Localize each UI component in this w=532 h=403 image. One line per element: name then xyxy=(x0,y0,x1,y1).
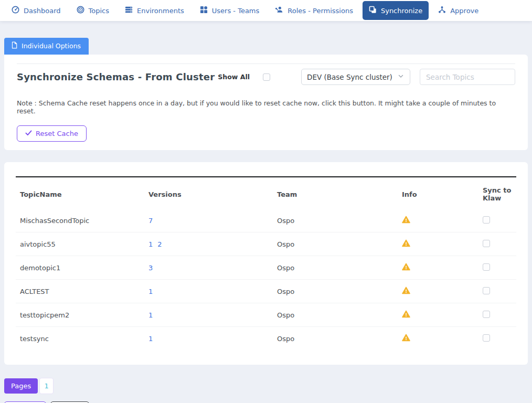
topic-name: testsync xyxy=(20,335,148,343)
nav-item-dashboard[interactable]: Dashboard xyxy=(5,1,67,20)
synchronize-clone-icon xyxy=(369,6,377,15)
team-name: Ospo xyxy=(277,288,402,295)
sync-cell xyxy=(483,287,516,296)
nav-item-label: Topics xyxy=(89,7,109,15)
warning-triangle-icon[interactable] xyxy=(402,312,410,320)
warning-triangle-icon[interactable] xyxy=(402,241,410,249)
sync-schemas-panel: Synchronize Schemas - From Cluster Show … xyxy=(4,55,528,150)
column-header-team: Team xyxy=(277,190,402,198)
info-cell xyxy=(402,310,483,320)
team-name: Ospo xyxy=(277,311,402,319)
version-link[interactable]: 1 xyxy=(148,335,153,343)
sync-cell xyxy=(483,263,516,272)
cache-note-text: Note : Schema Cache reset happens once i… xyxy=(17,99,515,115)
team-name: Ospo xyxy=(277,264,402,272)
users-teams-grid-icon xyxy=(200,6,208,15)
version-links: 1 xyxy=(148,288,277,295)
version-link[interactable]: 3 xyxy=(148,264,153,272)
table-row: testtopicpem2 1 Ospo xyxy=(16,303,516,326)
tab-individual-options[interactable]: Individual Options xyxy=(4,38,89,55)
reset-cache-button[interactable]: Reset Cache xyxy=(17,125,87,142)
nav-item-approve[interactable]: Approve xyxy=(432,1,485,20)
show-all-label: Show All xyxy=(218,73,250,81)
version-link[interactable]: 1 xyxy=(148,311,153,319)
version-links: 1 xyxy=(148,335,277,343)
warning-triangle-icon[interactable] xyxy=(402,264,410,272)
column-header-versions: Versions xyxy=(148,190,277,198)
topic-name: MischasSecondTopic xyxy=(20,217,148,225)
nav-item-synchronize[interactable]: Synchronize xyxy=(363,1,429,20)
panel-controls: Synchronize Schemas - From Cluster Show … xyxy=(17,69,515,85)
table-row: MischasSecondTopic 7 Ospo xyxy=(16,209,516,232)
sync-cell xyxy=(483,334,516,343)
warning-triangle-icon[interactable] xyxy=(402,217,410,225)
column-header-topicname: TopicName xyxy=(20,190,148,198)
sync-to-klaw-checkbox[interactable] xyxy=(483,263,490,271)
chevron-down-icon xyxy=(397,72,405,81)
info-cell xyxy=(402,334,483,343)
version-link[interactable]: 2 xyxy=(157,240,162,248)
sync-to-klaw-checkbox[interactable] xyxy=(483,334,490,342)
show-all-checkbox[interactable] xyxy=(263,73,270,81)
page-title: Synchronize Schemas - From Cluster xyxy=(17,71,218,82)
nav-item-label: Environments xyxy=(137,7,184,15)
schemas-table-panel: TopicName Versions Team Info Sync to Kla… xyxy=(4,162,528,365)
team-name: Ospo xyxy=(277,335,402,343)
info-cell xyxy=(402,239,483,249)
pagination: Pages 1 xyxy=(4,378,528,394)
top-navbar: Dashboard Topics Environments Users - Te… xyxy=(0,0,532,21)
nav-item-label: Dashboard xyxy=(24,7,61,15)
nav-item-roles-permissions[interactable]: Roles - Permissions xyxy=(269,1,359,20)
nav-item-label: Approve xyxy=(450,7,478,15)
check-icon xyxy=(25,130,32,137)
column-header-info: Info xyxy=(402,190,483,198)
table-row: testsync 1 Ospo xyxy=(16,326,516,350)
sync-to-klaw-checkbox[interactable] xyxy=(483,216,490,224)
sync-cell xyxy=(483,240,516,249)
version-links: 12 xyxy=(148,240,277,248)
warning-triangle-icon[interactable] xyxy=(402,288,410,296)
search-topics-input[interactable] xyxy=(420,69,515,85)
version-link[interactable]: 1 xyxy=(148,288,153,295)
sync-to-klaw-checkbox[interactable] xyxy=(483,311,490,318)
cluster-select-value: DEV (Base Sync cluster) xyxy=(307,73,397,81)
version-links: 1 xyxy=(148,311,277,319)
sync-cell xyxy=(483,311,516,320)
version-link[interactable]: 7 xyxy=(148,217,153,225)
column-header-sync-to-klaw: Sync to Klaw xyxy=(483,186,516,202)
nav-item-label: Users - Teams xyxy=(212,7,260,15)
nav-item-environments[interactable]: Environments xyxy=(119,1,190,20)
table-body: MischasSecondTopic 7 Ospo aivtopic55 12 … xyxy=(16,209,516,350)
cluster-select[interactable]: DEV (Base Sync cluster) xyxy=(301,69,410,85)
document-icon xyxy=(11,41,18,50)
environments-server-icon xyxy=(125,6,133,15)
info-cell xyxy=(402,216,483,225)
topic-name: ACLTEST xyxy=(20,288,148,295)
table-row: ACLTEST 1 Ospo xyxy=(16,279,516,303)
reset-cache-label: Reset Cache xyxy=(36,130,78,137)
sync-to-klaw-checkbox[interactable] xyxy=(483,287,490,294)
panel-divider xyxy=(17,63,515,64)
dashboard-gauge-icon xyxy=(12,6,19,15)
table-row: demotopic1 3 Ospo xyxy=(16,256,516,279)
pages-button[interactable]: Pages xyxy=(4,378,38,394)
info-cell xyxy=(402,287,483,296)
nav-item-topics[interactable]: Topics xyxy=(70,1,115,20)
table-row: aivtopic55 12 Ospo xyxy=(16,232,516,256)
page-number-1[interactable]: 1 xyxy=(39,378,54,394)
team-name: Ospo xyxy=(277,240,402,248)
warning-triangle-icon[interactable] xyxy=(402,335,410,343)
version-links: 7 xyxy=(148,217,277,225)
roles-permissions-user-key-icon xyxy=(275,6,283,15)
topic-name: demotopic1 xyxy=(20,264,148,272)
topics-bullseye-icon xyxy=(77,6,84,15)
topic-name: aivtopic55 xyxy=(20,240,148,248)
team-name: Ospo xyxy=(277,217,402,225)
nav-item-users-teams[interactable]: Users - Teams xyxy=(194,1,266,20)
table-header-row: TopicName Versions Team Info Sync to Kla… xyxy=(16,177,516,209)
sync-to-klaw-checkbox[interactable] xyxy=(483,240,490,247)
version-link[interactable]: 1 xyxy=(148,240,153,248)
version-links: 3 xyxy=(148,264,277,272)
topic-name: testtopicpem2 xyxy=(20,311,148,319)
info-cell xyxy=(402,263,483,272)
